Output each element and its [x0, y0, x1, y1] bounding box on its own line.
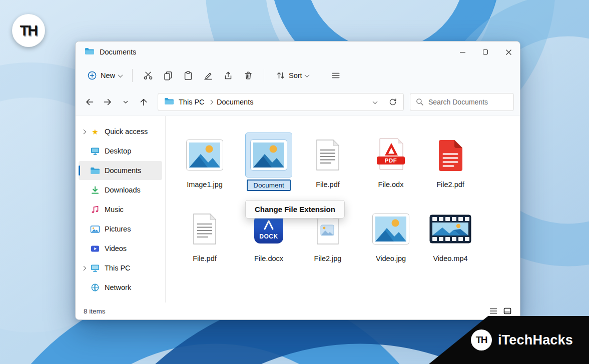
file-tile-file2-pdf[interactable]: File2.pdf: [421, 133, 479, 189]
file-tile-video-mp4[interactable]: Video.mp4: [421, 207, 479, 263]
title-bar: Documents: [76, 42, 520, 62]
rename-input[interactable]: [247, 180, 291, 191]
breadcrumb-this-pc[interactable]: This PC: [179, 98, 205, 106]
expand-chevron-icon[interactable]: [81, 266, 86, 270]
sort-button-label: Sort: [289, 72, 302, 80]
rename-button[interactable]: [198, 66, 218, 85]
video-file-icon: [421, 207, 479, 251]
file-name: File.docx: [240, 254, 298, 263]
image-file-icon: [176, 133, 234, 177]
sidebar-item-network[interactable]: Network: [79, 278, 162, 297]
close-button[interactable]: [497, 42, 520, 62]
this-pc-icon: [89, 264, 102, 272]
address-bar[interactable]: This PC Documents: [158, 93, 404, 111]
documents-folder-icon: [89, 166, 102, 174]
navigation-pane: ★ Quick access Desktop Documents: [76, 116, 166, 302]
large-icons-view-button[interactable]: [503, 306, 512, 316]
sidebar-item-pictures[interactable]: Pictures: [79, 220, 162, 238]
minimize-icon: [460, 52, 465, 52]
file-tile-image1-jpg[interactable]: Image1.jpg: [176, 133, 234, 189]
refresh-button[interactable]: [388, 98, 397, 106]
new-button[interactable]: New: [83, 67, 127, 84]
file-tile-video-jpg[interactable]: Video.jpg: [362, 207, 420, 263]
dock-badge-label: DOCK: [254, 233, 283, 240]
file-explorer-window: Documents New: [75, 41, 520, 320]
music-icon: [89, 205, 102, 214]
large-icons-view-icon: [503, 306, 512, 316]
cut-icon: [143, 70, 153, 80]
back-arrow-icon: [85, 97, 95, 107]
minimize-button[interactable]: [451, 42, 474, 62]
sidebar-item-quick-access[interactable]: ★ Quick access: [79, 122, 162, 141]
close-icon: [505, 48, 512, 56]
sidebar-item-music[interactable]: Music: [79, 200, 162, 219]
maximize-button[interactable]: [474, 42, 497, 62]
search-input[interactable]: [428, 98, 508, 106]
navigation-bar: This PC Documents: [76, 88, 520, 116]
file-name: File.pdf: [299, 180, 357, 189]
file-list-area: Image1.jpg File.pdf PDF: [166, 116, 520, 302]
cut-button[interactable]: [138, 66, 158, 85]
copy-button[interactable]: [158, 66, 178, 85]
file-tile-document-renaming[interactable]: [240, 133, 298, 191]
recent-locations-button[interactable]: [118, 94, 134, 110]
change-file-extension-tooltip[interactable]: Change File Extension: [245, 200, 345, 218]
file-tile-file-pdf-2[interactable]: File.pdf: [176, 207, 234, 263]
file-name: File.pdf: [176, 254, 234, 263]
view-options-button[interactable]: [326, 66, 346, 85]
toolbar-divider: [132, 69, 133, 82]
star-icon: ★: [89, 128, 102, 136]
search-box[interactable]: [410, 93, 514, 111]
new-button-label: New: [101, 72, 115, 80]
file-tile-file-odx[interactable]: PDF File.odx: [362, 133, 420, 189]
delete-button[interactable]: [238, 66, 258, 85]
folder-icon: [85, 47, 95, 57]
itechhacks-wordmark: iTechHacks: [498, 332, 573, 348]
share-button[interactable]: [218, 66, 238, 85]
pdf-badge-label: PDF: [377, 156, 405, 164]
nav-arrows: [82, 94, 152, 110]
sidebar-item-documents[interactable]: Documents: [79, 161, 162, 180]
expand-chevron-icon[interactable]: [81, 129, 86, 134]
details-view-button[interactable]: [489, 306, 498, 316]
paste-icon: [183, 70, 193, 80]
sidebar-item-videos[interactable]: Videos: [79, 239, 162, 258]
item-count: 8 items: [84, 308, 106, 315]
red-file-icon: [421, 133, 479, 177]
sidebar-item-this-pc[interactable]: This PC: [79, 258, 162, 278]
file-name: Image1.jpg: [176, 180, 234, 189]
trash-icon: [243, 70, 253, 80]
sidebar-item-desktop[interactable]: Desktop: [79, 142, 162, 160]
forward-button[interactable]: [100, 94, 116, 110]
file-name: File2.pdf: [421, 180, 479, 189]
up-button[interactable]: [136, 94, 152, 110]
desktop-icon: [89, 146, 102, 156]
network-icon: [89, 283, 102, 292]
plus-circle-icon: [87, 70, 97, 80]
sort-icon: [276, 70, 286, 80]
itechhacks-badge: TH: [12, 14, 45, 47]
search-icon: [415, 98, 424, 106]
sidebar-item-downloads[interactable]: Downloads: [79, 180, 162, 200]
forward-arrow-icon: [103, 97, 113, 107]
back-button[interactable]: [82, 94, 98, 110]
address-dropdown-icon[interactable]: [373, 99, 378, 104]
downloads-icon: [89, 186, 102, 194]
toolbar-divider: [264, 69, 264, 82]
chevron-down-icon: [122, 98, 130, 106]
sort-button[interactable]: Sort: [272, 67, 313, 84]
file-name: File2.jpg: [299, 254, 357, 263]
file-name: File.odx: [362, 180, 420, 189]
copy-icon: [163, 70, 173, 80]
breadcrumb-documents[interactable]: Documents: [217, 98, 253, 106]
itechhacks-initials: TH: [20, 22, 38, 39]
details-view-icon: [489, 306, 498, 316]
file-name: Video.mp4: [421, 254, 479, 263]
breadcrumb-separator-icon: [208, 100, 213, 104]
paste-button[interactable]: [178, 66, 198, 85]
image-file-icon: [246, 133, 292, 177]
up-arrow-icon: [139, 97, 149, 107]
maximize-icon: [483, 50, 488, 54]
file-tile-file-pdf[interactable]: File.pdf: [299, 133, 357, 189]
chevron-down-icon: [304, 72, 309, 78]
